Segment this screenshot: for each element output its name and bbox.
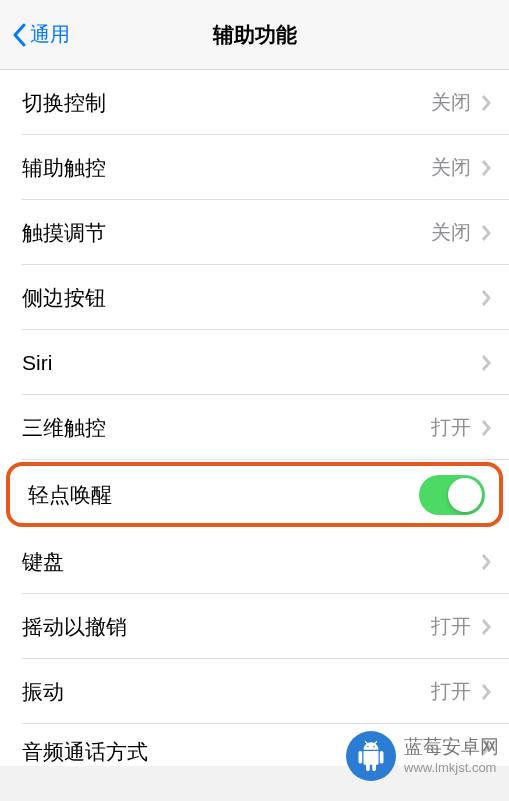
row-label: 触摸调节 — [22, 219, 106, 247]
row-label: 振动 — [22, 678, 64, 706]
settings-row[interactable]: 切换控制关闭 — [0, 70, 509, 135]
row-right: 打开 — [431, 678, 491, 705]
settings-row[interactable]: 振动打开 — [0, 659, 509, 724]
row-right: 打开 — [431, 613, 491, 640]
row-label: 键盘 — [22, 548, 64, 576]
row-label: 轻点唤醒 — [28, 481, 112, 509]
back-button[interactable]: 通用 — [0, 21, 70, 48]
back-label: 通用 — [30, 21, 70, 48]
row-separator — [22, 459, 509, 460]
row-label: 音频通话方式 — [22, 738, 148, 766]
settings-row[interactable]: Siri — [0, 330, 509, 395]
watermark-sub: www.lmkjst.com — [404, 760, 499, 777]
row-label: 辅助触控 — [22, 154, 106, 182]
header-bar: 通用 辅助功能 — [0, 0, 509, 70]
chevron-right-icon — [481, 289, 491, 307]
android-icon — [356, 741, 386, 771]
row-right — [481, 289, 491, 307]
row-right — [481, 553, 491, 571]
chevron-right-icon — [481, 159, 491, 177]
back-chevron-icon — [12, 23, 26, 47]
settings-row[interactable]: 侧边按钮 — [0, 265, 509, 330]
settings-row[interactable]: 三维触控打开 — [0, 395, 509, 460]
row-label: Siri — [22, 351, 52, 375]
row-value: 打开 — [431, 678, 471, 705]
settings-row[interactable]: 辅助触控关闭 — [0, 135, 509, 200]
chevron-right-icon — [481, 618, 491, 636]
watermark: 蓝莓安卓网 www.lmkjst.com — [346, 731, 499, 781]
row-right — [419, 475, 485, 515]
chevron-right-icon — [481, 553, 491, 571]
row-value: 关闭 — [431, 219, 471, 246]
toggle-knob — [448, 478, 482, 512]
settings-row[interactable]: 键盘 — [0, 529, 509, 594]
settings-row[interactable]: 摇动以撤销打开 — [0, 594, 509, 659]
settings-list: 切换控制关闭辅助触控关闭触摸调节关闭侧边按钮Siri三维触控打开轻点唤醒键盘摇动… — [0, 70, 509, 766]
chevron-right-icon — [481, 94, 491, 112]
row-right: 关闭 — [431, 154, 491, 181]
row-label: 摇动以撤销 — [22, 613, 127, 641]
toggle-switch[interactable] — [419, 475, 485, 515]
watermark-text: 蓝莓安卓网 www.lmkjst.com — [404, 735, 499, 777]
row-label: 侧边按钮 — [22, 284, 106, 312]
page-title: 辅助功能 — [213, 21, 297, 49]
settings-row[interactable]: 轻点唤醒 — [6, 462, 503, 527]
row-value: 关闭 — [431, 154, 471, 181]
chevron-right-icon — [481, 683, 491, 701]
watermark-main: 蓝莓安卓网 — [404, 735, 499, 760]
row-right: 打开 — [431, 414, 491, 441]
row-label: 三维触控 — [22, 414, 106, 442]
row-value: 关闭 — [431, 89, 471, 116]
row-right: 关闭 — [431, 89, 491, 116]
chevron-right-icon — [481, 419, 491, 437]
row-right: 关闭 — [431, 219, 491, 246]
row-right — [481, 354, 491, 372]
row-value: 打开 — [431, 414, 471, 441]
row-label: 切换控制 — [22, 89, 106, 117]
watermark-badge — [346, 731, 396, 781]
chevron-right-icon — [481, 354, 491, 372]
chevron-right-icon — [481, 224, 491, 242]
settings-row[interactable]: 触摸调节关闭 — [0, 200, 509, 265]
row-value: 打开 — [431, 613, 471, 640]
